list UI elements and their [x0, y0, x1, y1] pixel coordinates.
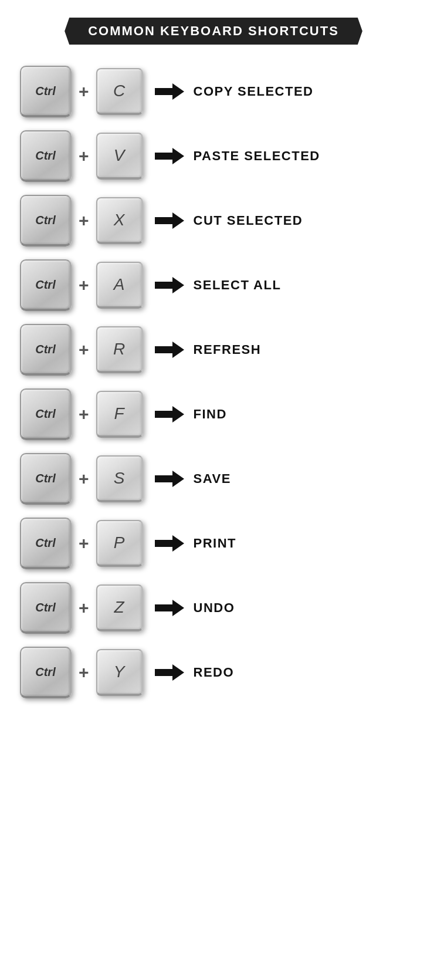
shortcut-label: PASTE SELECTED — [194, 148, 320, 164]
plus-sign: + — [79, 404, 89, 424]
plus-sign: + — [79, 469, 89, 489]
shortcut-label: REDO — [194, 665, 235, 680]
arrow-icon — [155, 148, 184, 164]
plus-sign: + — [79, 146, 89, 166]
shortcut-row: Ctrl + R REFRESH — [14, 320, 413, 379]
shortcut-row: Ctrl + X CUT SELECTED — [14, 191, 413, 250]
ctrl-key: Ctrl — [20, 647, 72, 698]
shortcut-row: Ctrl + Z UNDO — [14, 579, 413, 637]
plus-sign: + — [79, 211, 89, 231]
letter-key-a: A — [96, 262, 143, 309]
shortcut-row: Ctrl + C COPY SELECTED — [14, 62, 413, 121]
ctrl-key: Ctrl — [20, 130, 72, 182]
shortcut-row: Ctrl + Y REDO — [14, 643, 413, 702]
arrow-icon — [155, 406, 184, 423]
plus-sign: + — [79, 533, 89, 553]
letter-key-f: F — [96, 391, 143, 438]
arrow-icon — [155, 83, 184, 100]
page-title: COMMON KEYBOARD SHORTCUTS — [65, 18, 362, 45]
letter-key-y: Y — [96, 649, 143, 696]
letter-key-p: P — [96, 520, 143, 567]
arrow-icon — [155, 471, 184, 487]
ctrl-key: Ctrl — [20, 195, 72, 246]
shortcut-label: PRINT — [194, 536, 237, 551]
letter-key-x: X — [96, 197, 143, 244]
shortcut-row: Ctrl + F FIND — [14, 385, 413, 444]
plus-sign: + — [79, 598, 89, 618]
shortcut-row: Ctrl + S SAVE — [14, 450, 413, 508]
shortcut-label: SELECT ALL — [194, 278, 282, 293]
letter-key-s: S — [96, 455, 143, 502]
ctrl-key: Ctrl — [20, 259, 72, 311]
shortcut-label: CUT SELECTED — [194, 213, 303, 228]
ctrl-key: Ctrl — [20, 518, 72, 569]
ctrl-key: Ctrl — [20, 453, 72, 505]
arrow-icon — [155, 600, 184, 616]
arrow-icon — [155, 212, 184, 229]
plus-sign: + — [79, 275, 89, 295]
ctrl-key: Ctrl — [20, 324, 72, 376]
plus-sign: + — [79, 82, 89, 102]
shortcut-row: Ctrl + A SELECT ALL — [14, 256, 413, 315]
arrow-icon — [155, 664, 184, 681]
arrow-icon — [155, 535, 184, 552]
shortcut-row: Ctrl + V PASTE SELECTED — [14, 127, 413, 185]
shortcut-label: SAVE — [194, 471, 231, 486]
shortcut-label: UNDO — [194, 600, 235, 616]
letter-key-z: Z — [96, 584, 143, 631]
letter-key-v: V — [96, 133, 143, 180]
ctrl-key: Ctrl — [20, 582, 72, 634]
shortcut-label: REFRESH — [194, 342, 262, 357]
ctrl-key: Ctrl — [20, 388, 72, 440]
letter-key-r: R — [96, 326, 143, 373]
ctrl-key: Ctrl — [20, 66, 72, 117]
shortcut-row: Ctrl + P PRINT — [14, 514, 413, 573]
shortcut-label: FIND — [194, 407, 227, 422]
shortcuts-list: Ctrl + C COPY SELECTED Ctrl + V PASTE SE… — [14, 62, 413, 702]
shortcut-label: COPY SELECTED — [194, 84, 314, 99]
plus-sign: + — [79, 340, 89, 360]
arrow-icon — [155, 342, 184, 358]
arrow-icon — [155, 277, 184, 293]
letter-key-c: C — [96, 68, 143, 115]
plus-sign: + — [79, 663, 89, 682]
